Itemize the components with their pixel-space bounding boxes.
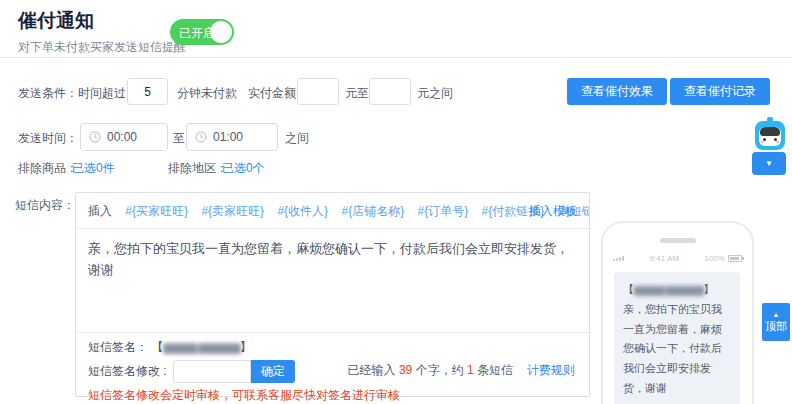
send-time-suffix: 之间 bbox=[285, 130, 309, 147]
amount-min-input[interactable] bbox=[297, 78, 339, 105]
payment-reminder-page: 催付通知 对下单未付款买家发送短信提醒 已开启 查看催付效果 查看催付记录 发送… bbox=[0, 0, 792, 404]
collapse-widget-button[interactable]: ▼ bbox=[752, 152, 786, 175]
up-arrow-icon: ▲ bbox=[773, 311, 780, 319]
billing-rules-link[interactable]: 计费规则 bbox=[527, 363, 575, 377]
end-time-picker[interactable]: 01:00 bbox=[186, 123, 278, 151]
toggle-knob-icon bbox=[210, 21, 232, 43]
helper-mascot-widget[interactable]: ▼ bbox=[752, 121, 788, 175]
clock-icon bbox=[195, 131, 207, 143]
count-msgs: 1 bbox=[467, 363, 474, 377]
bubble-text: 亲，您拍下的宝贝我一直为您留着，麻烦您确认一下，付款后我们会立即安排发货，谢谢 bbox=[623, 303, 722, 394]
sms-content-box: 插入 #{买家旺旺} #{卖家旺旺} #{收件人} #{店铺名称} #{订单号}… bbox=[75, 192, 590, 397]
sms-content-editor[interactable]: 亲，您拍下的宝贝我一直为您留着，麻烦您确认一下，付款后我们会立即安排发货，谢谢 bbox=[76, 229, 589, 332]
header-divider bbox=[0, 57, 792, 58]
conditions-time-prefix: 时间超过 bbox=[78, 85, 126, 102]
signature-edit-input[interactable] bbox=[173, 360, 251, 383]
sms-signature-area: 短信签名： 【▆▆▆▆ ▆▆▆▆▆】 短信签名修改 : 确定 已经输入 39 个… bbox=[76, 332, 589, 396]
signature-label: 短信签名： bbox=[88, 340, 148, 354]
sms-content-label: 短信内容： bbox=[15, 197, 75, 214]
bubble-bracket-close: 】 bbox=[703, 283, 714, 295]
bubble-signature-redacted: ▆▆▆▆ ▆▆▆▆▆ bbox=[634, 283, 703, 295]
insert-tag-order-id[interactable]: #{订单号} bbox=[418, 204, 469, 218]
start-time-picker[interactable]: 00:00 bbox=[80, 123, 168, 151]
view-records-button[interactable]: 查看催付记录 bbox=[670, 78, 770, 105]
exclude-region-label: 排除地区： bbox=[168, 160, 228, 177]
send-time-to: 至 bbox=[173, 130, 185, 147]
minutes-input[interactable] bbox=[127, 78, 168, 105]
phone-status-battery: 100% bbox=[705, 254, 725, 263]
chevron-down-icon: ▼ bbox=[765, 159, 773, 168]
back-to-top-label: 顶部 bbox=[765, 319, 787, 334]
exclude-region-link[interactable]: 已选0个 bbox=[222, 160, 265, 177]
signature-edit-label: 短信签名修改 : bbox=[88, 363, 167, 380]
back-to-top-button[interactable]: ▲ 顶部 bbox=[762, 303, 790, 341]
insert-tag-buyer-wangwang[interactable]: #{买家旺旺} bbox=[125, 204, 188, 218]
insert-tag-recipient[interactable]: #{收件人} bbox=[277, 204, 328, 218]
exclude-goods-label: 排除商品： bbox=[18, 160, 78, 177]
phone-status-time: 9:41 AM bbox=[650, 254, 679, 263]
sms-preview-bubble: 【▆▆▆▆ ▆▆▆▆▆】 亲，您拍下的宝贝我一直为您留着，麻烦您确认一下，付款后… bbox=[614, 272, 740, 404]
bubble-bracket-open: 【 bbox=[623, 283, 634, 295]
conditions-amount-mid: 元至 bbox=[345, 85, 369, 102]
signal-icon bbox=[613, 256, 624, 261]
insert-template-link[interactable]: 插入模板 bbox=[529, 193, 577, 229]
battery-icon bbox=[728, 255, 742, 262]
char-count-status: 已经输入 39 个字，约 1 条短信计费规则 bbox=[348, 362, 575, 379]
signature-bracket-close: 】 bbox=[240, 340, 252, 354]
signature-confirm-button[interactable]: 确定 bbox=[251, 360, 295, 383]
count-suffix: 条短信 bbox=[474, 363, 513, 377]
conditions-label: 发送条件： bbox=[18, 85, 78, 102]
exclude-goods-link[interactable]: 已选0件 bbox=[72, 160, 115, 177]
phone-preview: 9:41 AM 100% 【▆▆▆▆ ▆▆▆▆▆】 亲，您拍下的宝贝我一直为您留… bbox=[601, 221, 754, 404]
amount-max-input[interactable] bbox=[369, 78, 411, 105]
insert-tag-shop-name[interactable]: #{店铺名称} bbox=[341, 204, 404, 218]
conditions-amount-prefix: 实付金额 bbox=[248, 85, 296, 102]
start-time-value: 00:00 bbox=[107, 130, 137, 144]
count-prefix: 已经输入 bbox=[348, 363, 399, 377]
robot-avatar-icon bbox=[755, 121, 785, 150]
conditions-time-suffix: 分钟未付款 bbox=[177, 85, 237, 102]
enabled-toggle[interactable]: 已开启 bbox=[170, 19, 234, 45]
conditions-amount-suffix: 元之间 bbox=[417, 85, 453, 102]
page-title: 催付通知 bbox=[18, 8, 94, 34]
count-chars: 39 bbox=[399, 363, 412, 377]
view-effect-button[interactable]: 查看催付效果 bbox=[567, 78, 667, 105]
clock-icon bbox=[89, 131, 101, 143]
phone-statusbar: 9:41 AM 100% bbox=[603, 254, 752, 263]
send-time-label: 发送时间： bbox=[18, 130, 78, 147]
insert-tag-seller-wangwang[interactable]: #{卖家旺旺} bbox=[201, 204, 264, 218]
count-mid: 个字，约 bbox=[412, 363, 467, 377]
page-subtitle: 对下单未付款买家发送短信提醒 bbox=[18, 39, 186, 56]
signature-value-redacted: ▆▆▆▆ ▆▆▆▆▆ bbox=[163, 340, 239, 354]
signature-audit-note: 短信签名修改会定时审核，可联系客服尽快对签名进行审核 bbox=[88, 387, 577, 404]
end-time-value: 01:00 bbox=[213, 130, 243, 144]
phone-speaker bbox=[660, 238, 696, 243]
sms-insert-bar: 插入 #{买家旺旺} #{卖家旺旺} #{收件人} #{店铺名称} #{订单号}… bbox=[76, 193, 589, 229]
insert-label: 插入 bbox=[88, 204, 112, 218]
signature-bracket-open: 【 bbox=[151, 340, 163, 354]
